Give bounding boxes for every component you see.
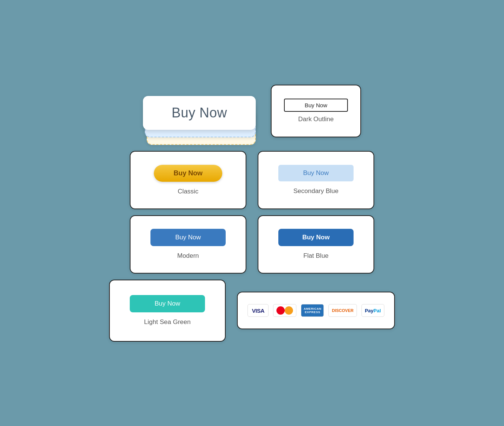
flat-blue-button[interactable]: Buy Now bbox=[278, 229, 354, 246]
row-1: Buy Now Buy Now Dark Outline bbox=[143, 85, 361, 145]
dark-outline-card: Buy Now Dark Outline bbox=[271, 85, 361, 137]
modern-card: Buy Now Modern bbox=[130, 215, 246, 274]
buy-now-large-text: Buy Now bbox=[172, 105, 227, 121]
stacked-cards-group: Buy Now bbox=[143, 85, 260, 145]
classic-card: Buy Now Classic bbox=[130, 151, 246, 209]
classic-label: Classic bbox=[178, 188, 199, 195]
visa-badge: VISA bbox=[247, 304, 269, 317]
secondary-blue-card: Buy Now Secondary Blue bbox=[258, 151, 374, 209]
row-3: Buy Now Modern Buy Now Flat Blue bbox=[130, 215, 374, 274]
dark-outline-button[interactable]: Buy Now bbox=[284, 99, 348, 112]
payment-methods-card: VISA AMERICANEXPRESS DISCOVER PayPal bbox=[237, 292, 395, 329]
discover-badge: DISCOVER bbox=[328, 304, 357, 317]
modern-label: Modern bbox=[177, 252, 199, 260]
secondary-blue-button[interactable]: Buy Now bbox=[278, 165, 354, 181]
sea-green-button[interactable]: Buy Now bbox=[130, 295, 205, 312]
mastercard-icon bbox=[276, 305, 294, 316]
modern-button[interactable]: Buy Now bbox=[150, 229, 226, 246]
sea-green-card: Buy Now Light Sea Green bbox=[109, 280, 226, 342]
mc-circle-right bbox=[285, 306, 293, 315]
stack-card-top: Buy Now bbox=[143, 96, 256, 130]
dark-outline-label: Dark Outline bbox=[298, 116, 334, 123]
row-2: Buy Now Classic Buy Now Secondary Blue bbox=[130, 151, 374, 209]
main-container: Buy Now Buy Now Dark Outline Buy Now Cla… bbox=[94, 70, 410, 357]
mastercard-badge bbox=[273, 304, 296, 317]
secondary-blue-label: Secondary Blue bbox=[293, 187, 339, 195]
paypal-badge: PayPal bbox=[361, 304, 384, 317]
sea-green-label: Light Sea Green bbox=[144, 318, 191, 326]
flat-blue-card: Buy Now Flat Blue bbox=[258, 215, 374, 274]
classic-button[interactable]: Buy Now bbox=[154, 165, 222, 182]
mc-circle-left bbox=[276, 306, 285, 315]
flat-blue-label: Flat Blue bbox=[303, 252, 328, 260]
amex-badge: AMERICANEXPRESS bbox=[301, 304, 324, 317]
row-4: Buy Now Light Sea Green VISA AMERICANEXP… bbox=[109, 280, 395, 342]
